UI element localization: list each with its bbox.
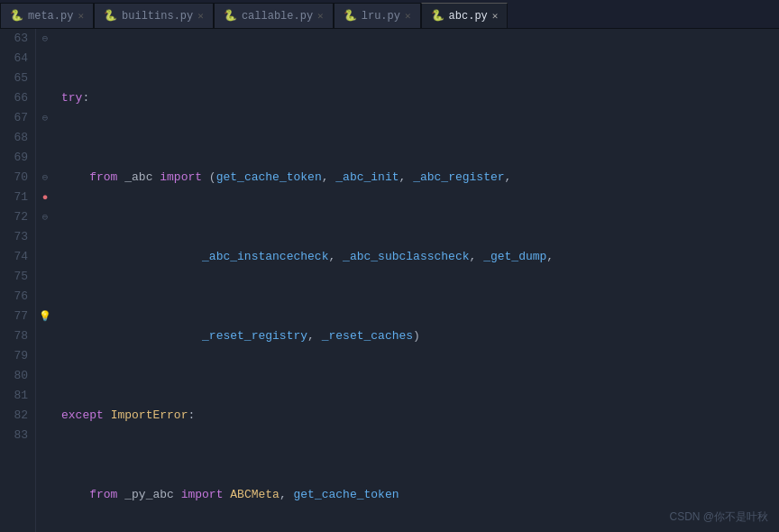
gutter-68 [36, 128, 54, 148]
tab-label-abc: abc.py [449, 10, 488, 23]
gutter-69 [36, 148, 54, 168]
tab-label-builtins: builtins.py [122, 10, 193, 23]
line-num-73: 73 [0, 227, 28, 247]
gutter-76 [36, 287, 54, 307]
gutter-72[interactable]: ⊖ [36, 207, 54, 227]
gutter-82 [36, 406, 54, 426]
line-num-66: 66 [0, 88, 28, 108]
line-num-74: 74 [0, 247, 28, 267]
line-num-70: 70 [0, 168, 28, 188]
tab-lru-py[interactable]: 🐍 lru.py ✕ [334, 3, 421, 28]
line-num-78: 78 [0, 326, 28, 346]
gutter-81 [36, 386, 54, 406]
gutter-77[interactable]: 💡 [36, 307, 54, 326]
line-num-83: 83 [0, 426, 28, 445]
tab-icon-callable: 🐍 [224, 9, 237, 23]
watermark: CSDN @你不是叶秋 [669, 509, 768, 525]
line-num-64: 64 [0, 49, 28, 69]
line-num-71: 71 [0, 188, 28, 207]
gutter-73 [36, 227, 54, 247]
tab-label-meta: meta.py [28, 10, 73, 23]
line-numbers: 63 64 65 66 67 68 69 70 71 72 73 74 75 7… [0, 29, 36, 532]
tab-callable-py[interactable]: 🐍 callable.py ✕ [214, 3, 334, 28]
gutter-80 [36, 366, 54, 386]
line-num-81: 81 [0, 386, 28, 406]
tab-meta-py[interactable]: 🐍 meta.py ✕ [0, 3, 94, 28]
gutter-71[interactable]: ● [36, 188, 54, 207]
line-num-63: 63 [0, 29, 28, 49]
code-line-64: from _abc import (get_cache_token, _abc_… [61, 168, 779, 188]
line-num-76: 76 [0, 287, 28, 307]
line-num-79: 79 [0, 346, 28, 366]
gutter-75 [36, 267, 54, 287]
line-num-77: 77 [0, 307, 28, 326]
tab-close-meta[interactable]: ✕ [78, 10, 84, 22]
line-num-82: 82 [0, 406, 28, 426]
tab-icon-builtins: 🐍 [104, 9, 117, 23]
tab-icon-lru: 🐍 [344, 9, 357, 23]
editor-container: 63 64 65 66 67 68 69 70 71 72 73 74 75 7… [0, 29, 779, 532]
gutter-79 [36, 346, 54, 366]
tab-close-builtins[interactable]: ✕ [197, 10, 204, 22]
gutter-78 [36, 326, 54, 346]
code-line-67: except ImportError: [61, 406, 779, 426]
tab-label-lru: lru.py [362, 10, 400, 23]
line-num-65: 65 [0, 69, 28, 88]
tab-abc-py[interactable]: 🐍 abc.py ✕ [421, 3, 509, 28]
line-num-72: 72 [0, 207, 28, 227]
gutter-63[interactable]: ⊖ [36, 29, 54, 49]
tab-icon-abc: 🐍 [431, 9, 444, 23]
tab-close-abc[interactable]: ✕ [492, 10, 499, 22]
line-num-75: 75 [0, 267, 28, 287]
line-num-80: 80 [0, 366, 28, 386]
tab-label-callable: callable.py [242, 10, 313, 23]
gutter-66 [36, 88, 54, 108]
code-line-63: try: [61, 88, 779, 108]
tab-bar: 🐍 meta.py ✕ 🐍 builtins.py ✕ 🐍 callable.p… [0, 0, 779, 29]
gutter-70[interactable]: ⊖ [36, 168, 54, 188]
tab-close-callable[interactable]: ✕ [317, 10, 324, 22]
line-num-67: 67 [0, 108, 28, 128]
line-num-68: 68 [0, 128, 28, 148]
code-line-68: from _py_abc import ABCMeta, get_cache_t… [61, 485, 779, 505]
tab-icon-meta: 🐍 [10, 9, 23, 23]
line-num-69: 69 [0, 148, 28, 168]
code-area[interactable]: try: from _abc import (get_cache_token, … [54, 29, 779, 532]
gutter-83 [36, 426, 54, 445]
gutter-74 [36, 247, 54, 267]
gutter-64 [36, 49, 54, 69]
code-line-65: _abc_instancecheck, _abc_subclasscheck, … [61, 247, 779, 267]
tab-builtins-py[interactable]: 🐍 builtins.py ✕ [94, 3, 214, 28]
code-line-66: _reset_registry, _reset_caches) [61, 326, 779, 346]
gutter: ⊖ ⊖ ⊖ ● ⊖ 💡 [36, 29, 54, 532]
gutter-67[interactable]: ⊖ [36, 108, 54, 128]
tab-close-lru[interactable]: ✕ [405, 10, 411, 22]
gutter-65 [36, 69, 54, 88]
